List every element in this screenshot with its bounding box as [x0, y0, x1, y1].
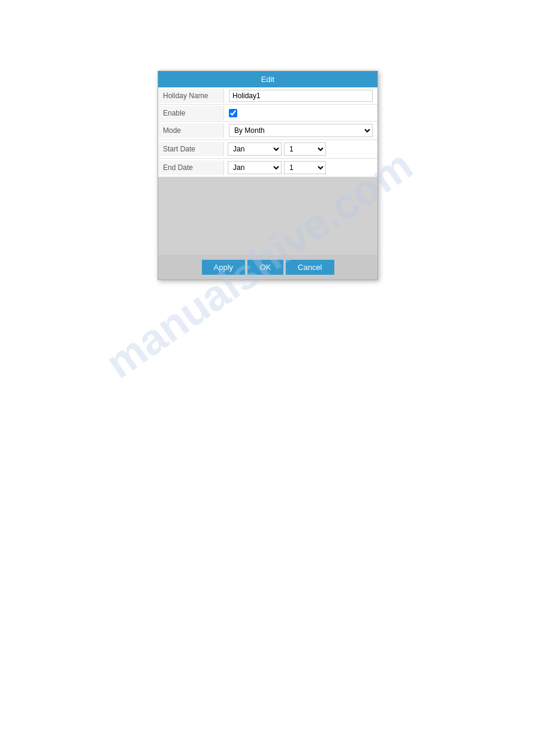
- start-date-day-select[interactable]: 12345 678910 1112131415 1617181920 21222…: [284, 142, 326, 156]
- dialog-footer: Apply OK Cancel: [158, 255, 377, 280]
- enable-row: Enable: [158, 105, 377, 122]
- mode-value: By Month By Week By Date: [224, 122, 377, 139]
- gray-spacer: [158, 177, 377, 255]
- end-date-month-select[interactable]: JanFebMarApr MayJunJulAug SepOctNovDec: [228, 161, 282, 174]
- dialog-title: Edit: [158, 71, 377, 87]
- end-date-value: JanFebMarApr MayJunJulAug SepOctNovDec 1…: [224, 159, 377, 177]
- enable-value: [224, 107, 377, 120]
- mode-select[interactable]: By Month By Week By Date: [229, 124, 373, 137]
- ok-button[interactable]: OK: [247, 260, 283, 275]
- holiday-name-row: Holiday Name: [158, 87, 377, 105]
- start-date-month-select[interactable]: JanFebMarApr MayJunJulAug SepOctNovDec: [228, 142, 282, 156]
- start-date-row: Start Date JanFebMarApr MayJunJulAug Sep…: [158, 140, 377, 159]
- enable-label: Enable: [158, 106, 224, 120]
- end-date-label: End Date: [158, 160, 224, 175]
- mode-label: Mode: [158, 123, 224, 138]
- end-date-day-select[interactable]: 12345 678910 1112131415 1617181920 21222…: [284, 161, 326, 174]
- enable-checkbox[interactable]: [229, 109, 237, 117]
- apply-button[interactable]: Apply: [202, 260, 246, 275]
- end-date-row: End Date JanFebMarApr MayJunJulAug SepOc…: [158, 159, 377, 177]
- holiday-name-label: Holiday Name: [158, 89, 224, 103]
- dialog-body: Holiday Name Enable Mode By Month By Wee…: [158, 87, 377, 177]
- edit-dialog: Edit Holiday Name Enable Mode By Month B…: [158, 71, 378, 280]
- holiday-name-value: [224, 87, 377, 104]
- mode-row: Mode By Month By Week By Date: [158, 122, 377, 140]
- holiday-name-input[interactable]: [229, 90, 373, 102]
- start-date-value: JanFebMarApr MayJunJulAug SepOctNovDec 1…: [224, 140, 377, 158]
- start-date-label: Start Date: [158, 142, 224, 156]
- cancel-button[interactable]: Cancel: [286, 260, 334, 275]
